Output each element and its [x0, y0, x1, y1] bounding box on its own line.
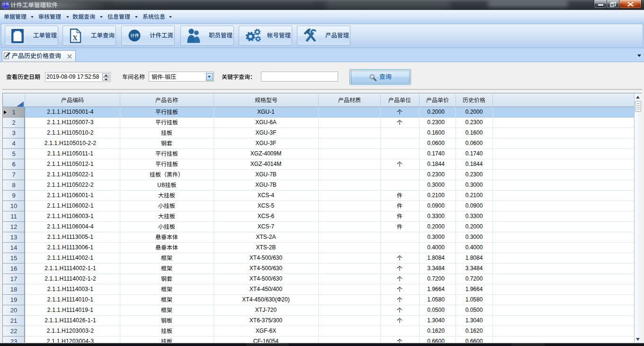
svg-text:X: X: [72, 34, 78, 42]
